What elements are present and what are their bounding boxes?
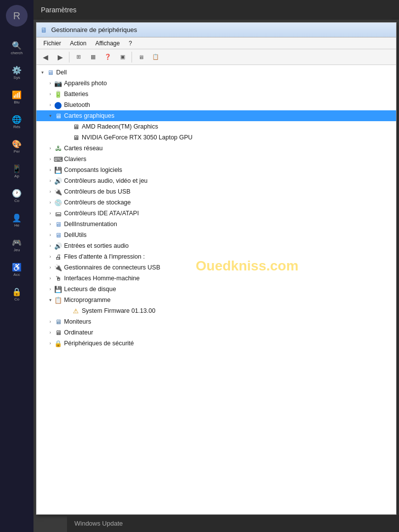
expander-dell-utils: › (46, 231, 54, 239)
expander-microprogramme: ▾ (46, 296, 54, 304)
tree-item-controleurs-stockage[interactable]: › 💿 Contrôleurs de stockage (36, 197, 396, 208)
window-titlebar: 🖥 Gestionnaire de périphériques (36, 23, 396, 37)
toolbar-btn-4[interactable]: ▣ (116, 51, 130, 64)
dell-utils-icon: 🖥 (54, 231, 62, 239)
tree-item-dell-utils[interactable]: › 🖥 DellUtils (36, 230, 396, 240)
sidebar-item-system[interactable]: ⚙️ Sys (2, 61, 32, 85)
computer-icon: 🖥 (54, 329, 62, 336)
keyboard-icon: ⌨ (54, 155, 62, 163)
tree-item-cartes-reseau[interactable]: › 🖧 Cartes réseau (36, 143, 396, 154)
tree-item-entrees-sorties[interactable]: › 🔊 Entrées et sorties audio (36, 240, 396, 251)
expander-dell-instrumentation: › (46, 220, 54, 228)
expander-composants-logiciels: › (46, 166, 54, 174)
menu-bar: Fichier Action Affichage ? (36, 37, 396, 49)
time-icon: 🕐 (12, 189, 22, 198)
camera-icon: 📷 (54, 79, 62, 87)
settings-sidebar: R 🔍 cherch ⚙️ Sys 📶 Blu 🌐 Rés 🎨 Per 📱 Ap… (0, 0, 33, 532)
expander-moniteurs: › (46, 318, 54, 326)
tree-item-cartes-graphiques[interactable]: ▾ 🖥 Cartes graphiques (36, 110, 396, 121)
toolbar-btn-3[interactable]: ❓ (101, 51, 115, 64)
expander-dell: ▾ (38, 68, 46, 76)
software-icon: 💾 (54, 166, 62, 174)
usb-icon: 🔌 (54, 188, 62, 196)
sidebar-item-gaming[interactable]: 🎮 Jeu (2, 233, 32, 257)
network-tree-icon: 🖧 (54, 144, 62, 152)
search-icon: 🔍 (12, 41, 22, 50)
tree-item-lecteurs-disque[interactable]: › 💾 Lecteurs de disque (36, 284, 396, 295)
tree-item-amd[interactable]: 🖥 AMD Radeon(TM) Graphics (36, 121, 396, 132)
toolbar-sep-2 (132, 52, 132, 63)
expander-controleurs-ide: › (46, 209, 54, 217)
usb-connector-icon: 🔌 (54, 264, 62, 271)
top-bar: Paramètres (33, 0, 399, 20)
sidebar-item-network[interactable]: 🌐 Rés (2, 110, 32, 134)
tree-item-composants-logiciels[interactable]: › 💾 Composants logiciels (36, 165, 396, 175)
tree-item-gestionnaires-usb[interactable]: › 🔌 Gestionnaires de connecteurs USB (36, 262, 396, 273)
tree-item-claviers[interactable]: › ⌨ Claviers (36, 154, 396, 165)
toolbar-btn-2[interactable]: ▦ (86, 51, 100, 64)
security-icon: 🔒 (54, 339, 62, 347)
expander-cartes-reseau: › (46, 144, 54, 152)
monitor-icon: 🖥 (54, 318, 62, 326)
tree-root-dell[interactable]: ▾ 🖥 Dell (36, 67, 396, 78)
system-icon: ⚙️ (12, 66, 22, 75)
tree-item-batteries[interactable]: › 🔋 Batteries (36, 89, 396, 100)
apps-icon: 📱 (12, 164, 22, 173)
expander-cartes-graphiques: ▾ (46, 112, 54, 120)
sidebar-item-bluetooth[interactable]: 📶 Blu (2, 86, 32, 109)
sidebar-item-personalization[interactable]: 🎨 Per (2, 135, 32, 159)
toolbar-back[interactable]: ◀ (38, 51, 52, 64)
toolbar-forward[interactable]: ▶ (53, 51, 67, 64)
tree-item-peripheriques-securite[interactable]: › 🔒 Périphériques de sécurité (36, 338, 396, 349)
menu-fichier[interactable]: Fichier (39, 39, 65, 48)
toolbar-btn-6[interactable]: 📋 (149, 51, 163, 64)
menu-affichage[interactable]: Affichage (91, 39, 124, 48)
dell-icon: 🖥 (46, 68, 54, 76)
expander-entrees-sorties: › (46, 242, 54, 250)
firmware-warning-icon: ⚠ (72, 307, 80, 315)
firmware-icon: 📋 (54, 296, 62, 304)
menu-action[interactable]: Action (66, 39, 90, 48)
toolbar: ◀ ▶ ⊞ ▦ ❓ ▣ 🖥 📋 (36, 49, 396, 65)
toolbar-btn-5[interactable]: 🖥 (134, 51, 148, 64)
sidebar-item-apps[interactable]: 📱 Ap (2, 160, 32, 183)
tree-item-bluetooth[interactable]: › ⬤ Bluetooth (36, 100, 396, 110)
toolbar-sep-1 (69, 52, 69, 63)
tree-item-controleurs-usb[interactable]: › 🔌 Contrôleurs de bus USB (36, 186, 396, 197)
privacy-icon: 🔒 (12, 287, 22, 297)
tree-item-interfaces-hid[interactable]: › 🖱 Interfaces Homme-machine (36, 273, 396, 284)
toolbar-btn-1[interactable]: ⊞ (71, 51, 85, 64)
sidebar-item-search[interactable]: 🔍 cherch (2, 36, 32, 60)
expander-lecteurs-disque: › (46, 285, 54, 293)
device-tree[interactable]: ▾ 🖥 Dell › 📷 Appareils photo › 🔋 Batteri… (36, 65, 396, 514)
app-title: Paramètres (41, 6, 76, 14)
bluetooth-icon: 📶 (12, 90, 22, 100)
dell-instrumentation-icon: 🖥 (54, 220, 62, 228)
expander-ordinateur: › (46, 329, 54, 336)
tree-item-dell-instrumentation[interactable]: › 🖥 DellInstrumentation (36, 219, 396, 230)
sidebar-item-privacy[interactable]: 🔒 Co (2, 283, 32, 306)
menu-aide[interactable]: ? (125, 39, 136, 48)
tree-item-nvidia[interactable]: 🖥 NVIDIA GeForce RTX 3050 Laptop GPU (36, 132, 396, 143)
tree-item-controleurs-ide[interactable]: › 🖴 Contrôleurs IDE ATA/ATAPI (36, 208, 396, 219)
avatar: R (6, 5, 28, 27)
tree-item-microprogramme[interactable]: ▾ 📋 Microprogramme (36, 295, 396, 305)
network-icon: 🌐 (12, 115, 22, 124)
tree-item-system-firmware[interactable]: ⚠ System Firmware 01.13.00 (36, 305, 396, 316)
sidebar-item-accessibility[interactable]: ♿ Acc (2, 258, 32, 282)
expander-amd (64, 123, 72, 131)
devmgr-icon: 🖥 (40, 26, 48, 34)
expander-gestionnaires-usb: › (46, 264, 54, 271)
main-area: Paramètres 🖥 Gestionnaire de périphériqu… (33, 0, 399, 532)
tree-item-files-attente[interactable]: › 🖨 Files d'attente à l'impression : (36, 251, 396, 262)
tree-item-appareils-photo[interactable]: › 📷 Appareils photo (36, 78, 396, 89)
amd-icon: 🖥 (72, 123, 80, 131)
expander-peripheriques-securite: › (46, 339, 54, 347)
expander-controleurs-usb: › (46, 188, 54, 196)
tree-item-controleurs-audio[interactable]: › 🔊 Contrôleurs audio, vidéo et jeu (36, 175, 396, 186)
bottom-bar: Windows Update (67, 515, 399, 532)
tree-item-moniteurs[interactable]: › 🖥 Moniteurs (36, 316, 396, 327)
sidebar-item-accounts[interactable]: 👤 He (2, 209, 32, 233)
tree-item-ordinateur[interactable]: › 🖥 Ordinateur (36, 327, 396, 338)
sidebar-item-time[interactable]: 🕐 Co (2, 184, 32, 208)
